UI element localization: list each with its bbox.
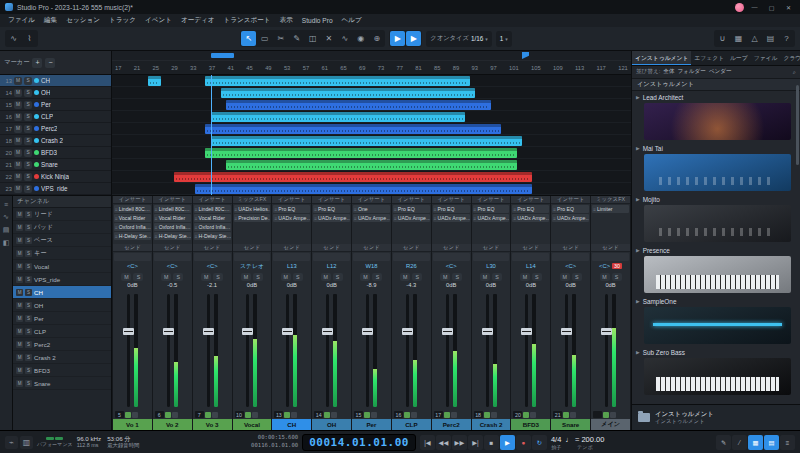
fader-area[interactable]: [153, 291, 192, 410]
channel-name-tag[interactable]: BFD3: [511, 419, 550, 430]
send-slot[interactable]: [234, 253, 271, 261]
paint-tool[interactable]: ✎: [289, 31, 304, 46]
channel-list-row[interactable]: M S リード: [13, 208, 111, 221]
sends-header[interactable]: センド: [352, 244, 391, 252]
insert-slot[interactable]: ≡ Pro EQ: [473, 205, 510, 213]
fader-area[interactable]: [233, 291, 272, 410]
solo-button[interactable]: S: [25, 289, 32, 296]
solo-button[interactable]: S: [24, 185, 32, 193]
insert-slot[interactable]: ≡ H-Delay Ste…: [194, 232, 231, 240]
audio-clip[interactable]: [205, 148, 516, 158]
automation-indicator[interactable]: [324, 412, 330, 418]
insert-slot[interactable]: ≡ Oxford Infla…: [194, 223, 231, 231]
sends-header[interactable]: センド: [392, 244, 431, 252]
channel-list-row[interactable]: M S Per: [13, 312, 111, 325]
solo-button[interactable]: S: [24, 137, 32, 145]
channel-name-tag[interactable]: CH: [272, 419, 311, 430]
insert-slot[interactable]: ≡ UADx Ampe…: [552, 214, 589, 222]
volume-readout[interactable]: 0dB: [591, 282, 630, 291]
channel-name-tag[interactable]: Vocal: [233, 419, 272, 430]
insert-slot[interactable]: ≡ Pro EQ: [393, 205, 430, 213]
mix-view-icon[interactable]: ▦: [748, 435, 763, 450]
folder-row[interactable]: インストゥルメント インストゥルメント: [632, 404, 800, 430]
solo-button[interactable]: S: [24, 173, 32, 181]
automation-indicator[interactable]: [523, 412, 529, 418]
mute-button[interactable]: M: [16, 341, 23, 348]
pan-value[interactable]: L30: [486, 263, 496, 269]
remove-marker-button[interactable]: −: [45, 58, 55, 68]
mute-button[interactable]: M: [14, 89, 22, 97]
sends-header[interactable]: センド: [591, 244, 630, 252]
zoom-tool[interactable]: ⊕: [369, 31, 384, 46]
fader-area[interactable]: [352, 291, 391, 410]
track-lane[interactable]: [112, 159, 631, 171]
channel-name-tag[interactable]: OH: [312, 419, 351, 430]
fader-track[interactable]: [565, 294, 568, 407]
send-slot[interactable]: [473, 253, 510, 261]
mute-button[interactable]: M: [14, 101, 22, 109]
maximize-button[interactable]: ▢: [765, 2, 778, 13]
track-lane[interactable]: [112, 111, 631, 123]
fader-track[interactable]: [525, 294, 528, 407]
solo-button[interactable]: S: [24, 89, 32, 97]
send-slot[interactable]: [393, 253, 430, 261]
fader-track[interactable]: [605, 294, 608, 407]
solo-button[interactable]: S: [532, 273, 542, 281]
sort-option[interactable]: 全体: [663, 68, 674, 76]
range-tool[interactable]: ▭: [257, 31, 272, 46]
menu-item[interactable]: オーディオ: [177, 15, 219, 26]
insert-slot[interactable]: ≡ Vocal Rider: [194, 214, 231, 222]
insert-slot[interactable]: ≡ UADx Helios…: [234, 205, 271, 213]
user-avatar[interactable]: [735, 3, 744, 12]
mute-button[interactable]: M: [16, 315, 23, 322]
help-icon[interactable]: ?: [779, 31, 794, 46]
menu-item[interactable]: ファイル: [4, 15, 39, 26]
monitor-indicator[interactable]: [172, 412, 178, 418]
insert-slot[interactable]: ≡ Lindell 80C…: [114, 205, 151, 213]
insert-slot[interactable]: ≡ UADx Ampe…: [512, 214, 549, 222]
mute-button[interactable]: M: [16, 367, 23, 374]
mute-button[interactable]: M: [16, 328, 23, 335]
solo-button[interactable]: S: [333, 273, 343, 281]
audio-clip[interactable]: [148, 76, 161, 86]
pointer-tool[interactable]: ↖: [241, 31, 256, 46]
stop-button[interactable]: ■: [484, 435, 499, 450]
fader-track[interactable]: [326, 294, 329, 407]
autoscroll-icon[interactable]: ▶: [390, 31, 405, 46]
automation-indicator[interactable]: [364, 412, 370, 418]
volume-readout[interactable]: 0dB: [511, 282, 550, 291]
channel-list-row[interactable]: M S OH: [13, 299, 111, 312]
monitor-indicator[interactable]: [570, 412, 576, 418]
audio-activity-icon[interactable]: ▥: [20, 436, 33, 449]
mute-button[interactable]: M: [161, 273, 171, 281]
pan-value[interactable]: L12: [327, 263, 337, 269]
playhead[interactable]: [211, 75, 212, 195]
send-slot[interactable]: [353, 253, 390, 261]
fader-thumb[interactable]: [442, 328, 453, 335]
insert-slot[interactable]: ≡ UADx Ampe…: [433, 214, 470, 222]
grid-icon[interactable]: ▦: [731, 31, 746, 46]
volume-readout[interactable]: 0dB: [113, 282, 152, 291]
pan-value[interactable]: <C>: [446, 263, 457, 269]
send-slot[interactable]: [552, 253, 589, 261]
menu-item[interactable]: Studio Pro: [298, 16, 337, 25]
record-button[interactable]: ●: [516, 435, 531, 450]
browser-tab[interactable]: エフェクト: [691, 51, 727, 65]
fader-thumb[interactable]: [242, 328, 253, 335]
panel-icon[interactable]: ▤: [763, 31, 778, 46]
solo-button[interactable]: S: [293, 273, 303, 281]
volume-readout[interactable]: 0dB: [551, 282, 590, 291]
play-button[interactable]: ▶: [500, 435, 515, 450]
step-value[interactable]: 1: [500, 35, 504, 42]
fader-thumb[interactable]: [322, 328, 333, 335]
close-button[interactable]: ✕: [782, 2, 795, 13]
audio-clip[interactable]: [211, 136, 522, 146]
sends-header[interactable]: センド: [551, 244, 590, 252]
fader-area[interactable]: [472, 291, 511, 410]
mute-button[interactable]: M: [16, 263, 23, 270]
end-marker-icon[interactable]: [522, 52, 529, 59]
rail-icon[interactable]: ≡: [4, 201, 8, 208]
solo-button[interactable]: S: [24, 113, 32, 121]
insert-slot[interactable]: ≡ Pro EQ: [273, 205, 310, 213]
solo-button[interactable]: S: [24, 149, 32, 157]
